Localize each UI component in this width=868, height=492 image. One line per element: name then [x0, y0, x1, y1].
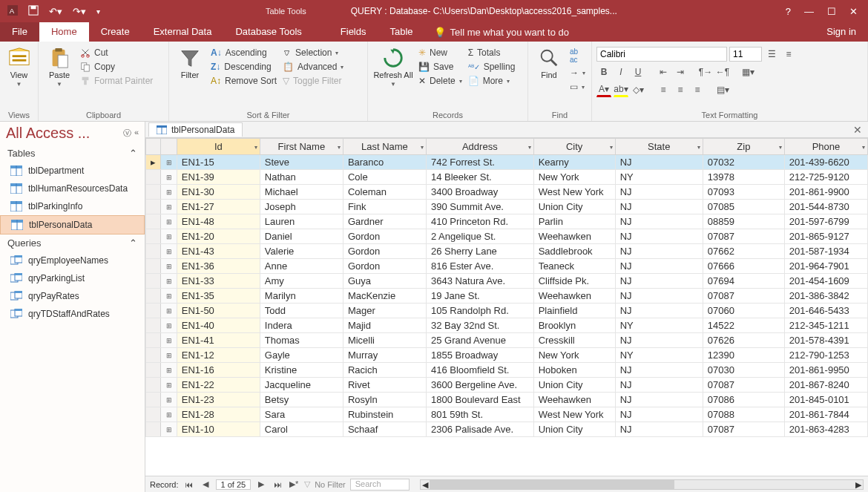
cell[interactable]: 201-861-9950: [784, 363, 867, 378]
underline-button[interactable]: U: [631, 65, 645, 79]
row-selector[interactable]: [146, 363, 161, 378]
row-selector[interactable]: [146, 259, 161, 274]
tab-database-tools[interactable]: Database Tools: [223, 22, 313, 42]
cell[interactable]: 201-439-6620: [784, 155, 867, 170]
cell[interactable]: 07030: [703, 363, 784, 378]
row-selector[interactable]: [146, 274, 161, 289]
minimize-icon[interactable]: —: [804, 6, 814, 17]
spelling-button[interactable]: ᴬᴮ✓Spelling: [467, 61, 517, 73]
expand-row-icon[interactable]: ⊞: [161, 393, 177, 407]
font-color-icon[interactable]: A▾: [596, 82, 611, 97]
cell[interactable]: Gardner: [343, 214, 426, 229]
cell[interactable]: Plainfield: [533, 304, 615, 318]
cell[interactable]: 07060: [703, 304, 784, 318]
table-row[interactable]: ⊞EN1-43ValerieGordon26 Sherry LaneSaddle…: [146, 244, 868, 259]
cell[interactable]: NJ: [615, 155, 703, 170]
cell[interactable]: 201-454-1609: [784, 274, 867, 289]
cell[interactable]: Cresskill: [533, 333, 615, 348]
cell[interactable]: Indera: [260, 318, 343, 333]
qat-undo-icon[interactable]: ↶▾: [49, 6, 62, 17]
column-header-id[interactable]: Id▾: [177, 139, 260, 155]
cell[interactable]: Amy: [260, 274, 343, 289]
cell[interactable]: West New York: [533, 407, 615, 422]
cell[interactable]: EN1-35: [177, 289, 260, 304]
nav-item-tblhumanresourcesdata[interactable]: tblHumanResourcesData: [0, 180, 145, 197]
cell[interactable]: NJ: [615, 244, 703, 259]
cell[interactable]: 07093: [703, 185, 784, 200]
cell[interactable]: EN1-16: [177, 363, 260, 378]
nav-item-qryemployeenames[interactable]: qryEmployeeNames: [0, 252, 145, 269]
cell[interactable]: Weehawken: [533, 229, 615, 244]
bold-button[interactable]: B: [596, 65, 611, 79]
select-button[interactable]: ▭▾: [568, 81, 587, 93]
cell[interactable]: NJ: [615, 422, 703, 437]
cell[interactable]: Saddlebrook: [533, 244, 615, 259]
record-position[interactable]: 1 of 25: [216, 479, 251, 490]
cut-button[interactable]: Cut: [79, 47, 154, 59]
column-header-phone[interactable]: Phone▾: [784, 139, 867, 155]
table-row[interactable]: ⊞EN1-35MarilynMacKenzie19 Jane St.Weehaw…: [146, 289, 868, 304]
cell[interactable]: EN1-33: [177, 274, 260, 289]
cell[interactable]: Anne: [260, 259, 343, 274]
column-header-last-name[interactable]: Last Name▾: [343, 139, 426, 155]
delete-record-button[interactable]: ✕Delete▾: [417, 75, 464, 87]
format-painter-button[interactable]: Format Painter: [79, 75, 154, 87]
row-selector[interactable]: [146, 318, 161, 333]
cell[interactable]: 201-865-9127: [784, 229, 867, 244]
cell[interactable]: EN1-22: [177, 378, 260, 393]
cell[interactable]: 07666: [703, 259, 784, 274]
nav-item-tblpersonaldata[interactable]: tblPersonalData: [0, 215, 145, 234]
cell[interactable]: 105 Randolph Rd.: [426, 304, 533, 318]
row-selector[interactable]: [146, 170, 161, 185]
new-record-nav-button[interactable]: ▶*: [288, 479, 300, 489]
cell[interactable]: Gayle: [260, 348, 343, 363]
cell[interactable]: Jacqueline: [260, 378, 343, 393]
cell[interactable]: 32 Bay 32nd St.: [426, 318, 533, 333]
highlight-icon[interactable]: ab▾: [614, 82, 628, 97]
cell[interactable]: Guya: [343, 274, 426, 289]
cell[interactable]: 07662: [703, 244, 784, 259]
expand-row-icon[interactable]: ⊞: [161, 333, 177, 348]
new-record-button[interactable]: ✳New: [417, 47, 464, 59]
table-row[interactable]: ⊞EN1-39NathanCole14 Bleeker St.New YorkN…: [146, 170, 868, 185]
cell[interactable]: 201-867-8240: [784, 378, 867, 393]
row-selector[interactable]: [146, 422, 161, 437]
cell[interactable]: EN1-48: [177, 214, 260, 229]
cell[interactable]: Valerie: [260, 244, 343, 259]
cell[interactable]: EN1-30: [177, 185, 260, 200]
cell[interactable]: NY: [615, 318, 703, 333]
next-record-button[interactable]: ▶: [255, 479, 267, 489]
first-record-button[interactable]: ⏮: [183, 480, 195, 489]
align-left-icon[interactable]: ≡: [656, 82, 671, 97]
save-record-button[interactable]: 💾Save: [417, 61, 464, 73]
table-row[interactable]: ⊞EN1-23BetsyRosyln1800 Boulevard EastWee…: [146, 393, 868, 407]
cell[interactable]: 201-597-6799: [784, 214, 867, 229]
cell[interactable]: 801 59th St.: [426, 407, 533, 422]
fill-color-icon[interactable]: ◇▾: [631, 82, 645, 97]
cell[interactable]: Weehawken: [533, 393, 615, 407]
align-right-icon[interactable]: ≡: [690, 82, 705, 97]
last-record-button[interactable]: ⏭: [272, 480, 283, 489]
cell[interactable]: 07086: [703, 393, 784, 407]
cell[interactable]: Todd: [260, 304, 343, 318]
cell[interactable]: NJ: [615, 200, 703, 214]
nav-item-qryparkinglist[interactable]: qryParkingList: [0, 269, 145, 287]
expand-row-icon[interactable]: ⊞: [161, 422, 177, 437]
cell[interactable]: 212-345-1211: [784, 318, 867, 333]
expand-row-icon[interactable]: ⊞: [161, 289, 177, 304]
cell[interactable]: 201-964-7901: [784, 259, 867, 274]
row-selector[interactable]: [146, 333, 161, 348]
cell[interactable]: EN1-28: [177, 407, 260, 422]
cell[interactable]: Union City: [533, 378, 615, 393]
expand-row-icon[interactable]: ⊞: [161, 363, 177, 378]
expand-row-icon[interactable]: ⊞: [161, 214, 177, 229]
nav-item-tbldepartment[interactable]: tblDepartment: [0, 162, 145, 180]
cell[interactable]: Micelli: [343, 333, 426, 348]
row-selector[interactable]: [146, 393, 161, 407]
row-selector[interactable]: [146, 348, 161, 363]
cell[interactable]: 201-861-9900: [784, 185, 867, 200]
font-size-input[interactable]: [729, 47, 762, 62]
cell[interactable]: Teaneck: [533, 259, 615, 274]
column-header-address[interactable]: Address▾: [426, 139, 533, 155]
row-selector[interactable]: [146, 407, 161, 422]
